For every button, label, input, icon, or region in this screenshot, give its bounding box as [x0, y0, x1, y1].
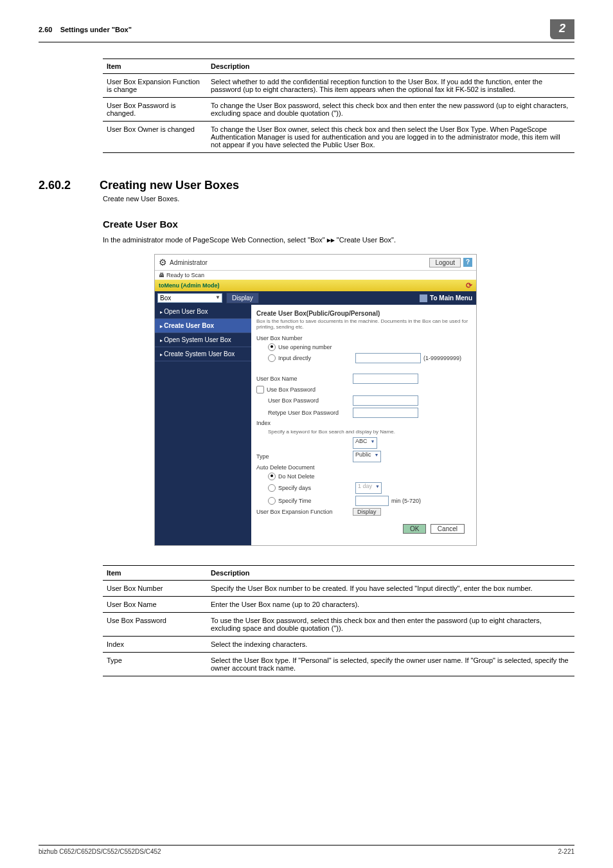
table-row: Index Select the indexing characters. [103, 637, 574, 653]
t2-r2-desc: To use the User Box password, select thi… [207, 613, 574, 637]
admin-mode-label: toMenu (Admin Mode) [159, 282, 219, 289]
footer-page: 2-221 [558, 848, 574, 855]
lbl-expansion: User Box Expansion Function [256, 509, 353, 515]
table-row: User Box Password is changed. To change … [103, 98, 574, 122]
select-index[interactable]: ABC [353, 437, 377, 449]
t2-r0-desc: Specify the User Box number to be create… [207, 581, 574, 597]
lbl-user-box-password: User Box Password [268, 397, 353, 404]
t2-r4-item: Type [103, 653, 207, 676]
sidebar-item-open-system-box[interactable]: Open System User Box [155, 333, 251, 347]
t1-head-desc: Description [207, 59, 574, 74]
checkbox-use-box-password[interactable] [256, 386, 264, 393]
radio-do-not-delete[interactable] [268, 473, 276, 480]
radio-input-directly[interactable] [268, 354, 276, 362]
range-hint: (1-999999999) [423, 355, 461, 361]
lbl-user-box-name: User Box Name [256, 375, 353, 382]
lbl-input-directly: Input directly [278, 355, 355, 361]
t2-r3-item: Index [103, 637, 207, 653]
radio-specify-days[interactable] [268, 484, 276, 492]
to-main-label: To Main Menu [430, 294, 472, 302]
expansion-display-button[interactable]: Display [353, 508, 381, 516]
t1-r2-item: User Box Owner is changed [103, 122, 207, 153]
sidebar-item-create-system-box[interactable]: Create System User Box [155, 347, 251, 361]
sidebar-item-create-user-box[interactable]: Create User Box [155, 319, 251, 333]
t2-head-desc: Description [207, 566, 574, 581]
t1-r1-item: User Box Password is changed. [103, 98, 207, 122]
page-footer: bizhub C652/C652DS/C552/C552DS/C452 2-22… [39, 845, 574, 855]
radio-specify-time[interactable] [268, 497, 276, 505]
t2-r4-desc: Select the User Box type. If "Personal" … [207, 653, 574, 676]
input-box-number[interactable] [355, 353, 421, 363]
subsection-heading: Create User Box [103, 219, 574, 230]
lbl-type: Type [256, 453, 353, 460]
t2-r2-item: Use Box Password [103, 613, 207, 637]
section-intro: Create new User Boxes. [103, 195, 574, 203]
display-button[interactable]: Display [226, 293, 259, 303]
t2-head-item: Item [103, 566, 207, 581]
status-text: Ready to Scan [166, 272, 204, 278]
table-row: Type Select the User Box type. If "Perso… [103, 653, 574, 676]
cancel-button[interactable]: Cancel [431, 524, 465, 534]
t1-head-item: Item [103, 59, 207, 74]
section-number: 2.60.2 [39, 179, 100, 192]
panel-title: Create User Box(Public/Group/Personal) [256, 310, 471, 317]
help-icon[interactable]: ? [463, 258, 472, 267]
arrow-icon: ▸▸ [327, 236, 335, 244]
header-section-title: Settings under "Box" [60, 26, 132, 33]
t2-r1-desc: Enter the User Box name (up to 20 charac… [207, 597, 574, 613]
input-user-box-password[interactable] [353, 395, 418, 406]
ok-button[interactable]: OK [403, 524, 426, 534]
section-heading: 2.60.2Creating new User Boxes [39, 179, 574, 192]
menu-icon [420, 294, 427, 302]
refresh-icon[interactable]: ⟳ [466, 281, 472, 290]
panel-desc: Box is the function to save documents in… [256, 318, 471, 330]
to-main-menu-link[interactable]: To Main Menu [416, 293, 476, 303]
input-user-box-name[interactable] [353, 374, 418, 384]
table-row: User Box Number Specify the User Box num… [103, 581, 574, 597]
input-specify-time[interactable] [355, 496, 389, 506]
table-row: User Box Expansion Function is change Se… [103, 74, 574, 98]
t2-r3-desc: Select the indexing characters. [207, 637, 574, 653]
time-unit: min (5-720) [391, 498, 421, 504]
chapter-badge: 2 [550, 19, 574, 39]
sub-intro-pre: In the administrator mode of PageScope W… [103, 236, 327, 244]
page-header: 2.60 Settings under "Box" 2 [39, 19, 574, 39]
index-note: Specify a keyword for Box search and dis… [256, 429, 471, 435]
select-type[interactable]: Public [353, 451, 381, 462]
lbl-user-box-number: User Box Number [256, 335, 353, 341]
settings-table-2: Item Description User Box Number Specify… [103, 565, 574, 676]
gear-icon: ⚙ [159, 257, 167, 267]
t1-r1-desc: To change the User Box password, select … [207, 98, 574, 122]
sidebar: Open User Box Create User Box Open Syste… [155, 305, 251, 545]
header-rule [39, 42, 574, 42]
lbl-specify-days: Specify days [278, 485, 355, 491]
webconnection-screenshot: ⚙ Administrator Logout ? 🖶 Ready to Scan… [154, 254, 477, 546]
t2-r1-item: User Box Name [103, 597, 207, 613]
sub-intro-post: "Create User Box". [335, 236, 396, 244]
footer-model: bizhub C652/C652DS/C552/C552DS/C452 [39, 848, 161, 855]
select-days[interactable]: 1 day [355, 482, 382, 494]
table-row: User Box Name Enter the User Box name (u… [103, 597, 574, 613]
t1-r2-desc: To change the User Box owner, select thi… [207, 122, 574, 153]
sidebar-item-open-user-box[interactable]: Open User Box [155, 305, 251, 319]
lbl-do-not-delete: Do Not Delete [278, 473, 315, 480]
lbl-specify-time: Specify Time [278, 498, 355, 504]
t1-r0-desc: Select whether to add the confidential r… [207, 74, 574, 98]
lbl-auto-delete: Auto Delete Document [256, 464, 353, 471]
t2-r0-item: User Box Number [103, 581, 207, 597]
lbl-use-opening: Use opening number [278, 344, 332, 350]
section-title: Creating new User Boxes [100, 179, 239, 192]
input-retype-password[interactable] [353, 408, 418, 418]
radio-use-opening[interactable] [268, 343, 276, 351]
lbl-use-box-password: Use Box Password [267, 386, 315, 393]
lbl-retype-password: Retype User Box Password [268, 410, 353, 416]
table-row: Use Box Password To use the User Box pas… [103, 613, 574, 637]
settings-table-1: Item Description User Box Expansion Func… [103, 59, 574, 153]
printer-icon: 🖶 [159, 272, 164, 278]
admin-label: Administrator [170, 259, 208, 266]
subsection-intro: In the administrator mode of PageScope W… [103, 236, 574, 244]
t1-r0-item: User Box Expansion Function is change [103, 74, 207, 98]
category-select[interactable]: Box [157, 293, 222, 303]
table-row: User Box Owner is changed To change the … [103, 122, 574, 153]
logout-button[interactable]: Logout [429, 258, 461, 267]
